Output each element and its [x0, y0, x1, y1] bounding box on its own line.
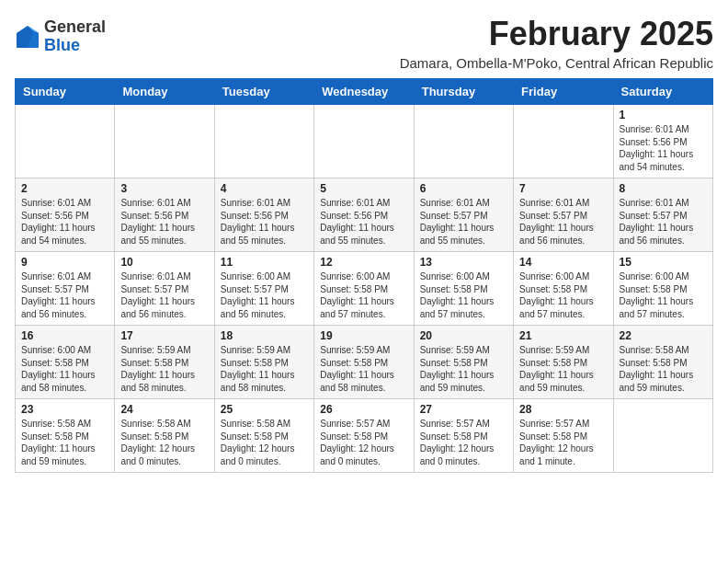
calendar-cell: 1Sunrise: 6:01 AM Sunset: 5:56 PM Daylig…	[613, 105, 712, 178]
calendar-cell: 17Sunrise: 5:59 AM Sunset: 5:58 PM Dayli…	[115, 326, 214, 399]
weekday-header-row: SundayMondayTuesdayWednesdayThursdayFrid…	[16, 79, 713, 105]
day-number: 5	[320, 182, 407, 195]
calendar-cell: 23Sunrise: 5:58 AM Sunset: 5:58 PM Dayli…	[16, 399, 115, 473]
weekday-header-sunday: Sunday	[16, 79, 115, 105]
calendar-cell: 27Sunrise: 5:57 AM Sunset: 5:58 PM Dayli…	[414, 399, 513, 473]
day-info: Sunrise: 6:01 AM Sunset: 5:56 PM Dayligh…	[120, 197, 208, 247]
calendar-table: SundayMondayTuesdayWednesdayThursdayFrid…	[15, 78, 713, 473]
day-number: 6	[420, 182, 507, 195]
day-number: 14	[519, 256, 607, 269]
day-info: Sunrise: 6:01 AM Sunset: 5:57 PM Dayligh…	[21, 270, 108, 320]
day-number: 3	[120, 182, 208, 195]
day-number: 18	[221, 329, 308, 342]
calendar-cell	[514, 105, 613, 178]
day-info: Sunrise: 6:00 AM Sunset: 5:57 PM Dayligh…	[221, 270, 308, 320]
day-info: Sunrise: 5:59 AM Sunset: 5:58 PM Dayligh…	[221, 344, 308, 394]
day-number: 16	[21, 329, 108, 342]
location-subtitle: Damara, Ombella-M'Poko, Central African …	[400, 55, 713, 71]
day-info: Sunrise: 5:57 AM Sunset: 5:58 PM Dayligh…	[320, 418, 407, 467]
calendar-week-3: 9Sunrise: 6:01 AM Sunset: 5:57 PM Daylig…	[16, 252, 713, 326]
day-info: Sunrise: 6:01 AM Sunset: 5:56 PM Dayligh…	[21, 197, 108, 247]
day-number: 20	[420, 329, 507, 342]
day-number: 2	[21, 182, 108, 195]
title-block: February 2025 Damara, Ombella-M'Poko, Ce…	[400, 15, 713, 71]
day-number: 24	[120, 403, 208, 416]
day-info: Sunrise: 5:59 AM Sunset: 5:58 PM Dayligh…	[519, 344, 607, 394]
day-info: Sunrise: 6:01 AM Sunset: 5:57 PM Dayligh…	[620, 197, 707, 247]
day-number: 23	[21, 403, 108, 416]
calendar-cell: 10Sunrise: 6:01 AM Sunset: 5:57 PM Dayli…	[115, 252, 214, 326]
calendar-cell: 24Sunrise: 5:58 AM Sunset: 5:58 PM Dayli…	[115, 399, 214, 473]
calendar-cell: 20Sunrise: 5:59 AM Sunset: 5:58 PM Dayli…	[414, 326, 513, 399]
day-info: Sunrise: 6:01 AM Sunset: 5:56 PM Dayligh…	[320, 197, 407, 247]
calendar-cell: 9Sunrise: 6:01 AM Sunset: 5:57 PM Daylig…	[16, 252, 115, 326]
day-info: Sunrise: 6:00 AM Sunset: 5:58 PM Dayligh…	[620, 270, 707, 320]
day-info: Sunrise: 5:59 AM Sunset: 5:58 PM Dayligh…	[320, 344, 407, 394]
day-info: Sunrise: 6:01 AM Sunset: 5:57 PM Dayligh…	[120, 270, 208, 320]
weekday-header-tuesday: Tuesday	[214, 79, 313, 105]
day-info: Sunrise: 6:00 AM Sunset: 5:58 PM Dayligh…	[420, 270, 507, 320]
calendar-cell	[414, 105, 513, 178]
weekday-header-monday: Monday	[115, 79, 214, 105]
calendar-cell: 6Sunrise: 6:01 AM Sunset: 5:57 PM Daylig…	[414, 178, 513, 252]
page-header: General Blue February 2025 Damara, Ombel…	[15, 15, 713, 71]
day-number: 25	[221, 403, 308, 416]
calendar-cell: 7Sunrise: 6:01 AM Sunset: 5:57 PM Daylig…	[514, 178, 613, 252]
day-number: 4	[221, 182, 308, 195]
day-info: Sunrise: 6:01 AM Sunset: 5:56 PM Dayligh…	[221, 197, 308, 247]
calendar-cell: 19Sunrise: 5:59 AM Sunset: 5:58 PM Dayli…	[314, 326, 414, 399]
calendar-week-1: 1Sunrise: 6:01 AM Sunset: 5:56 PM Daylig…	[16, 105, 713, 178]
calendar-cell: 26Sunrise: 5:57 AM Sunset: 5:58 PM Dayli…	[314, 399, 414, 473]
calendar-cell	[115, 105, 214, 178]
day-number: 26	[320, 403, 407, 416]
day-number: 22	[620, 329, 707, 342]
calendar-cell: 28Sunrise: 5:57 AM Sunset: 5:58 PM Dayli…	[514, 399, 613, 473]
day-number: 28	[519, 403, 607, 416]
day-number: 1	[620, 109, 707, 121]
logo: General Blue	[15, 18, 106, 55]
day-number: 12	[320, 256, 407, 269]
day-info: Sunrise: 6:01 AM Sunset: 5:57 PM Dayligh…	[420, 197, 507, 247]
calendar-cell	[214, 105, 313, 178]
day-number: 15	[620, 256, 707, 269]
day-info: Sunrise: 5:59 AM Sunset: 5:58 PM Dayligh…	[420, 344, 507, 394]
day-info: Sunrise: 5:58 AM Sunset: 5:58 PM Dayligh…	[221, 418, 308, 467]
weekday-header-friday: Friday	[514, 79, 613, 105]
calendar-cell: 8Sunrise: 6:01 AM Sunset: 5:57 PM Daylig…	[613, 178, 712, 252]
day-info: Sunrise: 5:59 AM Sunset: 5:58 PM Dayligh…	[120, 344, 208, 394]
calendar-cell: 3Sunrise: 6:01 AM Sunset: 5:56 PM Daylig…	[115, 178, 214, 252]
calendar-week-5: 23Sunrise: 5:58 AM Sunset: 5:58 PM Dayli…	[16, 399, 713, 473]
day-number: 9	[21, 256, 108, 269]
calendar-cell: 22Sunrise: 5:58 AM Sunset: 5:58 PM Dayli…	[613, 326, 712, 399]
weekday-header-thursday: Thursday	[414, 79, 513, 105]
day-info: Sunrise: 6:01 AM Sunset: 5:57 PM Dayligh…	[519, 197, 607, 247]
calendar-cell	[16, 105, 115, 178]
day-number: 27	[420, 403, 507, 416]
day-number: 11	[221, 256, 308, 269]
day-number: 21	[519, 329, 607, 342]
calendar-cell: 11Sunrise: 6:00 AM Sunset: 5:57 PM Dayli…	[214, 252, 313, 326]
day-number: 10	[120, 256, 208, 269]
day-info: Sunrise: 6:00 AM Sunset: 5:58 PM Dayligh…	[519, 270, 607, 320]
weekday-header-saturday: Saturday	[613, 79, 712, 105]
day-info: Sunrise: 6:01 AM Sunset: 5:56 PM Dayligh…	[620, 123, 707, 173]
day-info: Sunrise: 6:00 AM Sunset: 5:58 PM Dayligh…	[21, 344, 108, 394]
day-info: Sunrise: 5:57 AM Sunset: 5:58 PM Dayligh…	[420, 418, 507, 467]
calendar-cell	[314, 105, 414, 178]
day-number: 7	[519, 182, 607, 195]
calendar-cell: 25Sunrise: 5:58 AM Sunset: 5:58 PM Dayli…	[214, 399, 313, 473]
calendar-cell: 5Sunrise: 6:01 AM Sunset: 5:56 PM Daylig…	[314, 178, 414, 252]
calendar-week-4: 16Sunrise: 6:00 AM Sunset: 5:58 PM Dayli…	[16, 326, 713, 399]
calendar-cell: 14Sunrise: 6:00 AM Sunset: 5:58 PM Dayli…	[514, 252, 613, 326]
logo-text: General Blue	[44, 18, 106, 55]
calendar-cell	[613, 399, 712, 473]
calendar-week-2: 2Sunrise: 6:01 AM Sunset: 5:56 PM Daylig…	[16, 178, 713, 252]
day-number: 17	[120, 329, 208, 342]
day-number: 8	[620, 182, 707, 195]
day-number: 13	[420, 256, 507, 269]
month-year-title: February 2025	[400, 15, 713, 53]
calendar-cell: 21Sunrise: 5:59 AM Sunset: 5:58 PM Dayli…	[514, 326, 613, 399]
day-info: Sunrise: 5:57 AM Sunset: 5:58 PM Dayligh…	[519, 418, 607, 467]
calendar-cell: 12Sunrise: 6:00 AM Sunset: 5:58 PM Dayli…	[314, 252, 414, 326]
calendar-cell: 16Sunrise: 6:00 AM Sunset: 5:58 PM Dayli…	[16, 326, 115, 399]
